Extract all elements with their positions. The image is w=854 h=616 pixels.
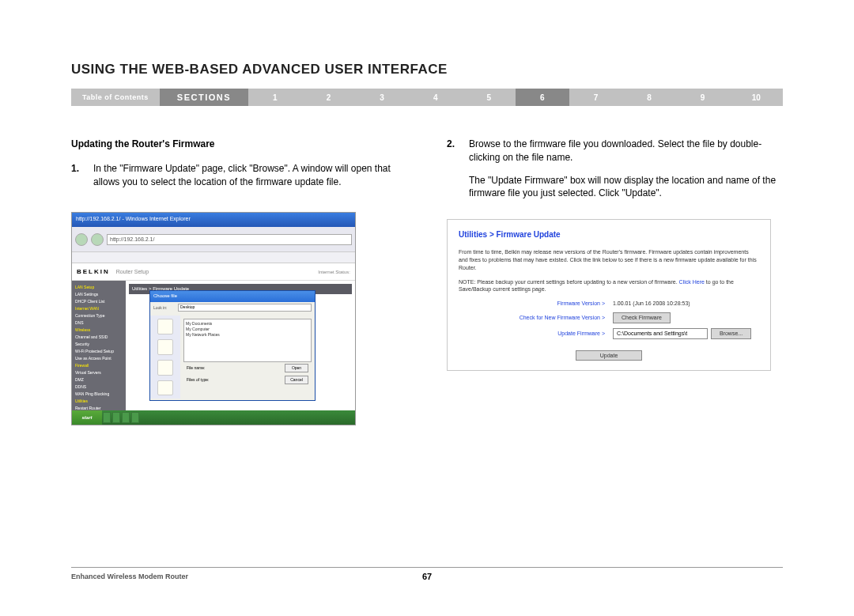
subheading: Updating the Router's Firmware [71, 138, 407, 151]
screenshot-firmware-panel: Utilities > Firmware Update From time to… [447, 219, 771, 371]
sidebar-item[interactable]: Use as Access Point [75, 355, 123, 362]
step-1-num: 1. [71, 162, 84, 189]
step-2-text: Browse to the firmware file you download… [469, 138, 783, 164]
sidebar-item[interactable]: Virtual Servers [75, 369, 123, 376]
nav-section-4[interactable]: 4 [409, 89, 463, 106]
nav-section-9[interactable]: 9 [676, 89, 730, 106]
sidebar-item[interactable]: Internet WAN [75, 305, 123, 312]
step-1-text: In the "Firmware Update" page, click "Br… [93, 162, 407, 189]
lookin-select[interactable]: Desktop [178, 304, 312, 312]
sidebar-item[interactable]: LAN Settings [75, 291, 123, 298]
sidebar-item[interactable]: DNS [75, 319, 123, 327]
screenshot-browser-window: http://192.168.2.1/ - Windows Internet E… [71, 212, 356, 425]
ie-toolbar: http://192.168.2.1/ [72, 227, 355, 252]
sidebar-item[interactable]: Security [75, 341, 123, 348]
mycomputer-icon[interactable] [157, 380, 173, 396]
footer-page-number: 67 [422, 572, 432, 581]
start-button[interactable]: start [72, 410, 102, 425]
cancel-button[interactable]: Cancel [285, 376, 308, 384]
step-2: 2. Browse to the firmware file you downl… [447, 138, 783, 200]
update-button[interactable]: Update [576, 350, 643, 361]
forward-icon[interactable] [91, 233, 104, 246]
taskbar: start [72, 410, 355, 425]
file-dialog-title: Choose file [150, 291, 315, 302]
step-2-num: 2. [447, 138, 459, 200]
nav-section-3[interactable]: 3 [355, 89, 409, 106]
footer-product: Enhanced Wireless Modem Router [71, 573, 188, 580]
mydocs-icon[interactable] [157, 360, 173, 376]
sidebar-item[interactable]: Channel and SSID [75, 334, 123, 341]
sidebar-item[interactable]: LAN Setup [75, 284, 123, 291]
nav-section-2[interactable]: 2 [302, 89, 356, 106]
check-fw-label: Check for New Firmware Version > [459, 314, 613, 322]
update-fw-label: Update Firmware > [459, 330, 613, 338]
nav-section-1[interactable]: 1 [248, 89, 302, 106]
list-item[interactable]: My Network Places [186, 332, 309, 338]
sidebar-item[interactable]: Firewall [75, 362, 123, 369]
sidebar-item[interactable]: DDNS [75, 384, 123, 391]
nav-sections-label: SECTIONS [160, 89, 248, 106]
belkin-logo: BELKIN [77, 267, 110, 276]
panel-note: NOTE: Please backup your current setting… [459, 278, 759, 294]
list-item[interactable]: My Documents [186, 321, 309, 327]
browse-button[interactable]: Browse... [711, 328, 751, 339]
section-nav: Table of Contents SECTIONS 1 2 3 4 5 6 7… [71, 89, 783, 106]
open-button[interactable]: Open [285, 364, 308, 372]
fw-version-label: Firmware Version > [459, 300, 613, 308]
lookin-label: Look in: [153, 305, 176, 311]
nav-section-6[interactable]: 6 [516, 89, 569, 106]
task-item[interactable] [103, 412, 111, 423]
panel-title: Utilities > Firmware Update [459, 229, 759, 240]
router-sidebar: LAN Setup LAN Settings DHCP Client List … [72, 281, 126, 411]
filetype-label: Files of type: [187, 377, 218, 383]
router-main: Utilities > Firmware Update Choose file … [126, 281, 355, 411]
page-title: USING THE WEB-BASED ADVANCED USER INTERF… [71, 62, 783, 77]
left-column: Updating the Router's Firmware 1. In the… [71, 138, 407, 425]
firmware-path-input[interactable]: C:\Documents and Settings\t [613, 328, 708, 339]
page-footer: Enhanced Wireless Modem Router 67 [71, 567, 783, 580]
sidebar-item[interactable]: Connection Type [75, 312, 123, 319]
step-2-para2: The "Update Firmware" box will now displ… [469, 174, 783, 201]
back-icon[interactable] [75, 233, 88, 246]
file-list[interactable]: My Documents My Computer My Network Plac… [183, 319, 312, 362]
nav-section-5[interactable]: 5 [462, 89, 516, 106]
file-dialog-places [150, 316, 180, 399]
fw-version-value: 1.00.01 (Jun 16 2008 10:28:53) [613, 300, 690, 308]
filename-label: File name: [187, 365, 218, 371]
nav-toc[interactable]: Table of Contents [71, 89, 160, 106]
belkin-header: BELKIN Router Setup Internet Status: [72, 263, 355, 281]
file-dialog: Choose file Look in: Desktop [149, 290, 316, 401]
ie-tabs [72, 252, 355, 263]
click-here-link[interactable]: Click Here [679, 279, 705, 285]
sidebar-item[interactable]: WAN Ping Blocking [75, 391, 123, 398]
sidebar-item[interactable]: Utilities [75, 398, 123, 405]
check-firmware-button[interactable]: Check Firmware [613, 312, 671, 323]
nav-section-8[interactable]: 8 [622, 89, 676, 106]
ie-titlebar: http://192.168.2.1/ - Windows Internet E… [72, 213, 355, 227]
list-item[interactable]: My Computer [186, 327, 309, 332]
sidebar-item[interactable]: DMZ [75, 376, 123, 384]
sidebar-item[interactable]: Wi-Fi Protected Setup [75, 348, 123, 355]
desktop-icon[interactable] [157, 339, 173, 355]
internet-status: Internet Status: [318, 269, 350, 275]
step-1: 1. In the "Firmware Update" page, click … [71, 162, 407, 189]
panel-para1: From time to time, Belkin may release ne… [459, 248, 759, 271]
belkin-subtitle: Router Setup [116, 268, 149, 276]
recent-icon[interactable] [157, 319, 173, 334]
nav-section-10[interactable]: 10 [729, 89, 783, 106]
task-item[interactable] [112, 412, 120, 423]
nav-section-7[interactable]: 7 [569, 89, 623, 106]
task-item[interactable] [122, 412, 130, 423]
task-item[interactable] [131, 412, 139, 423]
sidebar-item[interactable]: DHCP Client List [75, 298, 123, 305]
right-column: 2. Browse to the firmware file you downl… [447, 138, 783, 425]
address-bar[interactable]: http://192.168.2.1/ [107, 234, 352, 245]
sidebar-item[interactable]: Wireless [75, 327, 123, 334]
